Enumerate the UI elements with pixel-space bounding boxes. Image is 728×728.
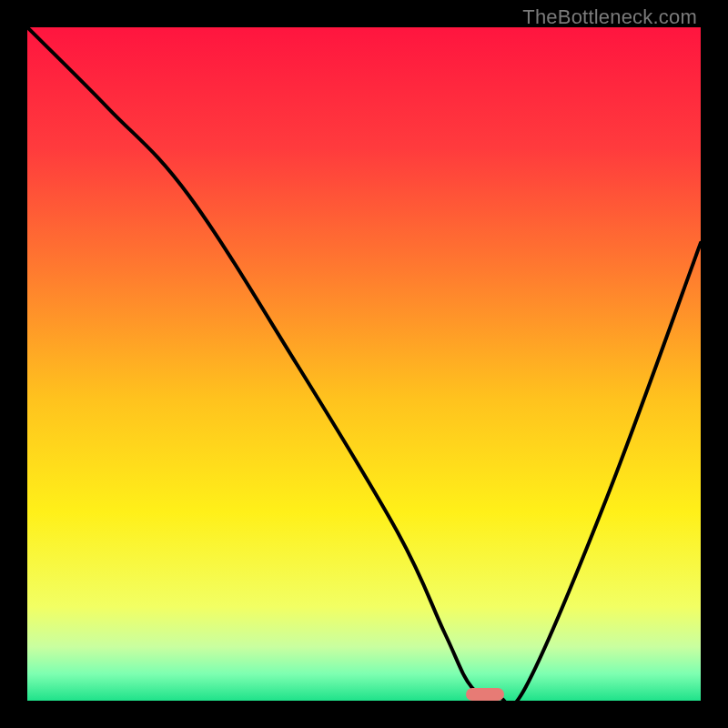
watermark-text: TheBottleneck.com [522,5,697,29]
bottleneck-curve [27,27,701,701]
plot-area [27,27,701,701]
chart-frame: TheBottleneck.com [0,0,728,728]
optimal-marker [466,688,504,701]
